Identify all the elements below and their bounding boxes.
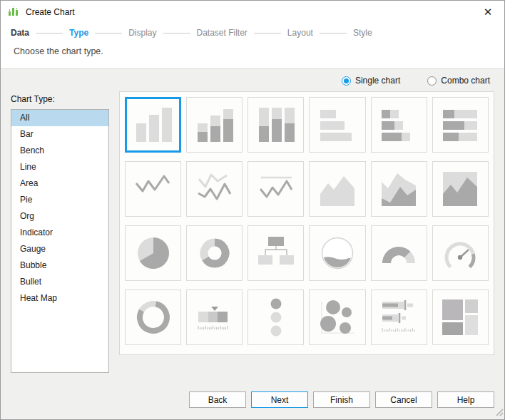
benchmark-line-chart-icon xyxy=(255,168,297,210)
wizard-subtitle: Choose the chart type. xyxy=(1,42,504,64)
chart-thumbnail-horizontal-bar-chart[interactable] xyxy=(309,97,365,153)
indicator-chart-icon xyxy=(255,296,297,339)
sidebar-item-bar[interactable]: Bar xyxy=(11,126,108,143)
radio-dot xyxy=(344,78,349,83)
chart-thumbnail-gallery xyxy=(119,91,494,355)
chart-mode-row: Single chartCombo chart xyxy=(11,69,494,91)
create-chart-dialog: Create Chart ✕ DataTypeDisplayDataset Fi… xyxy=(0,0,505,420)
chart-thumbnail-bar-chart[interactable] xyxy=(125,97,181,153)
step-separator xyxy=(320,33,347,34)
dialog-title: Create Chart xyxy=(26,7,75,17)
chart-thumbnail-bullet-chart[interactable] xyxy=(186,290,243,345)
close-icon[interactable]: ✕ xyxy=(477,3,499,21)
step-separator xyxy=(36,33,63,34)
bubble-chart-icon xyxy=(316,296,359,339)
chart-thumbnail-indicator-chart[interactable] xyxy=(248,290,304,345)
chart-thumbnail-ring-gauge[interactable] xyxy=(125,290,181,345)
finish-button[interactable]: Finish xyxy=(313,391,370,408)
chart-thumbnail-benchmark-line-chart[interactable] xyxy=(248,161,304,217)
horizontal-stacked-bar-chart-icon xyxy=(377,103,420,146)
chart-thumbnail-line-chart[interactable] xyxy=(125,161,181,217)
wizard-step-type[interactable]: Type xyxy=(69,28,88,38)
bullet-target-chart-icon xyxy=(377,296,420,339)
radio-label: Single chart xyxy=(355,76,400,86)
step-separator xyxy=(163,33,190,34)
sidebar-item-bullet[interactable]: Bullet xyxy=(11,274,108,290)
stacked-bar-chart-icon xyxy=(193,103,236,146)
wizard-step-style[interactable]: Style xyxy=(353,28,372,38)
chart-thumbnail-pie-chart[interactable] xyxy=(125,225,181,281)
chart-thumbnail-dial-gauge[interactable] xyxy=(432,225,489,281)
chart-thumbnail-bubble-chart[interactable] xyxy=(309,290,365,345)
sidebar-item-gauge[interactable]: Gauge xyxy=(11,241,108,257)
chart-type-sidebar: Chart Type: AllBarBenchLineAreaPieOrgInd… xyxy=(11,91,109,373)
semi-circle-gauge-icon xyxy=(377,232,420,275)
donut-chart-icon xyxy=(193,232,236,275)
title-bar: Create Chart ✕ xyxy=(1,1,504,23)
chart-thumbnail-percent-stacked-bar-chart[interactable] xyxy=(248,97,304,153)
wizard-step-layout[interactable]: Layout xyxy=(287,28,313,38)
chart-app-icon xyxy=(8,6,20,18)
radio-label: Combo chart xyxy=(441,76,490,86)
wizard-step-display[interactable]: Display xyxy=(128,28,156,38)
sidebar-item-line[interactable]: Line xyxy=(11,159,108,175)
area-chart-icon xyxy=(316,168,359,210)
chart-thumbnail-semi-circle-gauge[interactable] xyxy=(371,225,427,281)
sidebar-item-all[interactable]: All xyxy=(11,110,108,126)
ring-gauge-icon xyxy=(132,296,175,339)
radio-circle-icon xyxy=(342,76,351,86)
back-button[interactable]: Back xyxy=(189,391,246,408)
radio-single-chart[interactable]: Single chart xyxy=(342,76,400,86)
sidebar-item-area[interactable]: Area xyxy=(11,175,108,192)
multi-line-chart-icon xyxy=(193,168,236,210)
chart-type-list[interactable]: AllBarBenchLineAreaPieOrgIndicatorGaugeB… xyxy=(11,109,109,373)
liquid-gauge-icon xyxy=(316,232,359,275)
bar-chart-icon xyxy=(132,103,175,146)
chart-thumbnail-heat-map-chart[interactable] xyxy=(432,290,489,345)
chart-thumbnail-org-chart[interactable] xyxy=(248,225,304,281)
dial-gauge-icon xyxy=(439,232,481,275)
bullet-chart-icon xyxy=(193,296,236,339)
chart-thumbnail-stacked-bar-chart[interactable] xyxy=(186,97,243,153)
footer-buttons: BackNextFinishCancelHelp xyxy=(11,391,494,408)
chart-thumbnail-multi-line-chart[interactable] xyxy=(186,161,243,217)
percent-stacked-area-chart-icon xyxy=(439,168,481,210)
chart-thumbnail-percent-stacked-area-chart[interactable] xyxy=(432,161,489,217)
wizard-steps: DataTypeDisplayDataset FilterLayoutStyle xyxy=(1,23,504,42)
chart-thumbnail-horizontal-stacked-bar-chart[interactable] xyxy=(371,97,427,153)
sidebar-item-bench[interactable]: Bench xyxy=(11,143,108,159)
sidebar-item-bubble[interactable]: Bubble xyxy=(11,257,108,274)
org-chart-icon xyxy=(255,232,297,275)
stacked-area-chart-icon xyxy=(377,168,420,210)
help-button[interactable]: Help xyxy=(437,391,494,408)
wizard-step-dataset-filter[interactable]: Dataset Filter xyxy=(197,28,248,38)
sidebar-item-heat-map[interactable]: Heat Map xyxy=(11,290,108,307)
horizontal-bar-chart-icon xyxy=(316,103,359,146)
wizard-step-data[interactable]: Data xyxy=(11,28,29,38)
chart-type-label: Chart Type: xyxy=(11,94,109,104)
pie-chart-icon xyxy=(132,232,175,275)
line-chart-icon xyxy=(132,168,175,210)
chart-thumbnail-bullet-target-chart[interactable] xyxy=(371,290,427,345)
next-button[interactable]: Next xyxy=(251,391,308,408)
content-area: Chart Type: AllBarBenchLineAreaPieOrgInd… xyxy=(11,91,494,373)
percent-stacked-bar-chart-icon xyxy=(255,103,297,146)
chart-thumbnail-horizontal-percent-stacked-bar-chart[interactable] xyxy=(432,97,489,153)
sidebar-item-indicator[interactable]: Indicator xyxy=(11,225,108,241)
heat-map-chart-icon xyxy=(439,296,481,339)
dialog-body: Single chartCombo chart Chart Type: AllB… xyxy=(1,68,504,419)
chart-thumbnail-liquid-gauge[interactable] xyxy=(309,225,365,281)
sidebar-item-org[interactable]: Org xyxy=(11,208,108,225)
cancel-button[interactable]: Cancel xyxy=(375,391,432,408)
chart-thumbnail-donut-chart[interactable] xyxy=(186,225,243,281)
radio-combo-chart[interactable]: Combo chart xyxy=(427,76,490,86)
sidebar-item-pie[interactable]: Pie xyxy=(11,192,108,208)
step-separator xyxy=(254,33,281,34)
chart-thumbnail-stacked-area-chart[interactable] xyxy=(371,161,427,217)
horizontal-percent-stacked-bar-chart-icon xyxy=(439,103,481,146)
chart-thumbnail-area-chart[interactable] xyxy=(309,161,365,217)
radio-circle-icon xyxy=(427,76,437,86)
resize-grip-icon[interactable] xyxy=(494,407,504,419)
step-separator xyxy=(95,33,122,34)
